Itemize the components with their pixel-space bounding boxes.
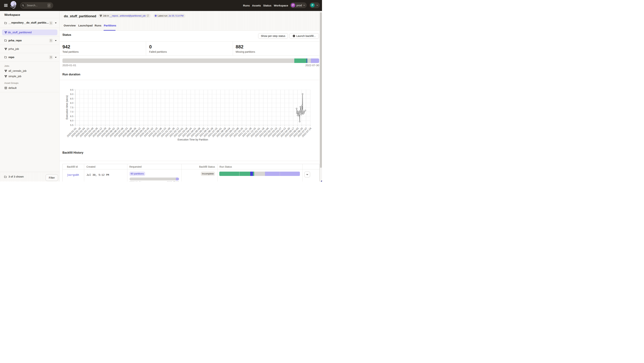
- svg-text:6.0: 6.0: [70, 119, 74, 122]
- svg-text:9.5: 9.5: [70, 88, 74, 91]
- svg-text:6.5: 6.5: [70, 115, 74, 118]
- svg-text:Execution Time by Partition: Execution Time by Partition: [178, 138, 208, 141]
- svg-text:8.0: 8.0: [70, 102, 74, 104]
- svg-text:7.0: 7.0: [70, 110, 74, 113]
- svg-text:7.5: 7.5: [70, 106, 74, 109]
- svg-text:9.0: 9.0: [70, 93, 74, 96]
- svg-text:Execution time (secs): Execution time (secs): [66, 95, 68, 120]
- svg-text:5.5: 5.5: [70, 124, 74, 126]
- svg-text:8.5: 8.5: [70, 97, 74, 100]
